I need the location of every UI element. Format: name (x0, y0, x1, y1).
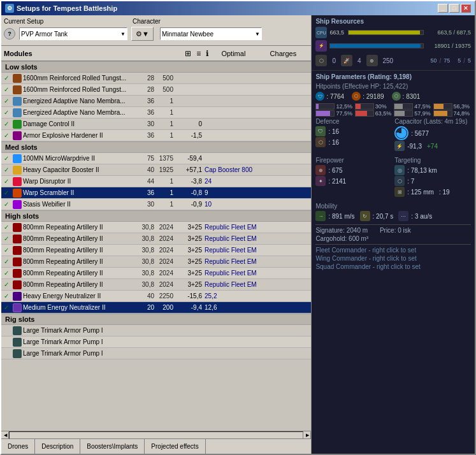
check-icon: ✓ (4, 166, 11, 173)
table-row[interactable]: ✓ 800mm Repeating Artillery II 30,8 2024… (1, 256, 311, 268)
table-row[interactable]: Large Trimark Armor Pump I (1, 325, 311, 336)
check-icon: ✓ (4, 258, 11, 265)
scroll-right-button[interactable]: ▶ (303, 431, 311, 439)
cpu-row: CPU 663,5 663,5 / 687,5 (315, 27, 471, 38)
slots-row: ⬡ 0 🚀 4 ⊕ 250 50 / 75 5 / 5 (315, 54, 471, 68)
h-scrollbar-area: ◀ ▶ (1, 431, 311, 438)
rig-slots-header: Rig slots (1, 314, 311, 325)
check-icon: ✓ (4, 75, 11, 82)
combo-arrow-char: ▼ (255, 31, 260, 37)
module-name: Energized Adaptive Nano Membra... (23, 98, 138, 105)
table-row[interactable]: ✓ Armor Explosive Hardener II 36 1 -1,5 (1, 130, 311, 141)
cpu-bar-container (348, 30, 424, 35)
module-val2: 1375 (157, 155, 176, 162)
module-val1: 36 (138, 189, 157, 196)
table-row[interactable]: ✓ Heavy Energy Neutralizer II 40 2250 -1… (1, 291, 311, 302)
table-row[interactable]: ✓ 1600mm Reinforced Rolled Tungst... 28 … (1, 84, 311, 96)
table-row[interactable]: ✓ 800mm Repeating Artillery II 30,8 2024… (1, 222, 311, 233)
table-row[interactable]: Large Trimark Armor Pump I (1, 348, 311, 359)
fleet-commander-link[interactable]: Fleet Commander - right click to set (315, 247, 471, 254)
table-row[interactable]: ✓ 800mm Repeating Artillery II 30,8 2024… (1, 233, 311, 245)
module-optimal: 3+25 (176, 270, 205, 277)
targeting-title: Targeting (394, 157, 471, 164)
minimize-button[interactable]: _ (438, 4, 448, 13)
module-optimal: 0 (176, 120, 205, 127)
table-row[interactable]: ✓ Warp Disruptor II 44 1 -3,8 24 (1, 176, 311, 187)
table-row[interactable]: ✓ Warp Scrambler II 36 1 -0,8 9 (1, 187, 311, 199)
mob-speed-line: → : 891 m/s (315, 211, 354, 221)
cap-line2: ⚡ -91,3 +74 (394, 141, 471, 151)
right-panel: Ship Resources CPU 663,5 663,5 / 687,5 (312, 15, 475, 454)
module-optimal: -59,4 (176, 155, 205, 162)
wing-commander-link[interactable]: Wing Commander - right click to set (315, 255, 471, 262)
char-combo[interactable]: Minmatar Newbee ▼ (160, 27, 262, 40)
table-row[interactable]: ✓ Energized Adaptive Nano Membra... 36 1 (1, 96, 311, 107)
targeting-block: Targeting ◎ : 78,13 km ⬡ : 7 ⊞ : 125 mm (394, 157, 471, 198)
tab-boosters[interactable]: Boosters\Implants (80, 439, 145, 454)
table-row[interactable]: ✓ Medium Energy Neutralizer II 20 200 -9… (1, 302, 311, 314)
header-icons: ⊞ ≡ ℹ Optimal Charges (185, 49, 308, 58)
tab-projected[interactable]: Projected effects (145, 439, 205, 454)
fp-val1: : 675 (328, 167, 342, 174)
bottom-tabs: Drones Description Boosters\Implants Pro… (1, 438, 311, 454)
table-row[interactable]: ✓ 800mm Repeating Artillery II 30,8 2024… (1, 268, 311, 279)
armor-exp-bar (434, 111, 447, 116)
scroll-left-button[interactable]: ◀ (1, 431, 9, 439)
squad-commander-link[interactable]: Squad Commander - right click to set (315, 263, 471, 270)
armor-kin-bar-bg (394, 110, 413, 117)
modules-label: Modules (4, 50, 185, 57)
slots-val1: 4 (357, 57, 361, 64)
module-val1: 30,8 (138, 224, 157, 231)
character-label: Character (133, 18, 177, 25)
filter-icon[interactable]: ≡ (196, 49, 201, 58)
table-row[interactable]: ✓ 100MN MicroWarpdrive II 75 1375 -59,4 (1, 153, 311, 164)
setup-combo[interactable]: PVP Armor Tank ▼ (19, 27, 127, 40)
armor-em-bar (316, 111, 330, 116)
module-val2: 1 (157, 98, 176, 105)
check-icon: ✓ (4, 292, 11, 300)
setup-value: PVP Armor Tank (21, 31, 68, 38)
modules-header: Modules ⊞ ≡ ℹ Optimal Charges (1, 46, 311, 61)
sort-icon[interactable]: ⊞ (185, 49, 191, 58)
table-row[interactable]: ✓ 800mm Repeating Artillery II 30,8 2024… (1, 279, 311, 291)
maximize-button[interactable]: □ (449, 4, 459, 13)
cap-line1: : 5677 (394, 126, 471, 140)
table-row[interactable]: ✓ 1600mm Reinforced Rolled Tungst... 28 … (1, 73, 311, 84)
module-optimal: -0,8 (176, 189, 205, 196)
divider2 (315, 244, 471, 245)
module-val1: 20 (138, 304, 157, 311)
col-optimal-header: Optimal (214, 50, 252, 57)
setup-tools-button[interactable]: ⚙▼ (131, 27, 154, 41)
def-line1: 🛡 : 16 (315, 126, 392, 136)
module-charges: Republic Fleet EM (205, 247, 268, 254)
module-charges: Republic Fleet EM (205, 258, 268, 265)
module-icon (13, 74, 22, 83)
tab-drones[interactable]: Drones (1, 439, 35, 454)
info-icon[interactable]: ℹ (206, 49, 209, 58)
module-name: Warp Scrambler II (23, 189, 138, 196)
table-row[interactable]: ✓ Heavy Capacitor Booster II 40 1925 +57… (1, 164, 311, 176)
pg-bar (330, 44, 420, 48)
table-row[interactable]: Large Trimark Armor Pump I (1, 336, 311, 348)
tgt-line2: ⬡ : 7 (394, 176, 471, 186)
module-name: 800mm Repeating Artillery II (23, 224, 138, 231)
check-icon: ✓ (4, 178, 11, 185)
tgt-icon3: ⊞ (394, 187, 405, 197)
h-scrollbar[interactable] (9, 431, 303, 439)
check-icon: ✓ (4, 98, 11, 105)
module-charges: 24 (205, 178, 268, 185)
current-setup-label: Current Setup (4, 18, 48, 25)
module-val2: 1 (157, 189, 176, 196)
table-row[interactable]: ✓ 800mm Repeating Artillery II 30,8 2024… (1, 245, 311, 256)
table-row[interactable]: ✓ Energized Adaptive Nano Membra... 36 1 (1, 107, 311, 119)
tab-description[interactable]: Description (35, 439, 80, 454)
turret-used: 50 (430, 57, 436, 64)
table-row[interactable]: ✓ Stasis Webifier II 30 1 -0,9 10 (1, 199, 311, 210)
close-button[interactable]: ✕ (461, 4, 471, 13)
table-row[interactable]: ✓ Damage Control II 30 1 0 (1, 119, 311, 130)
module-val2: 1 (157, 120, 176, 127)
def-val2: : 16 (328, 139, 339, 146)
help-button[interactable]: ? (4, 28, 15, 40)
module-icon (13, 292, 22, 301)
shield-em-val: 12,5% (336, 103, 352, 110)
